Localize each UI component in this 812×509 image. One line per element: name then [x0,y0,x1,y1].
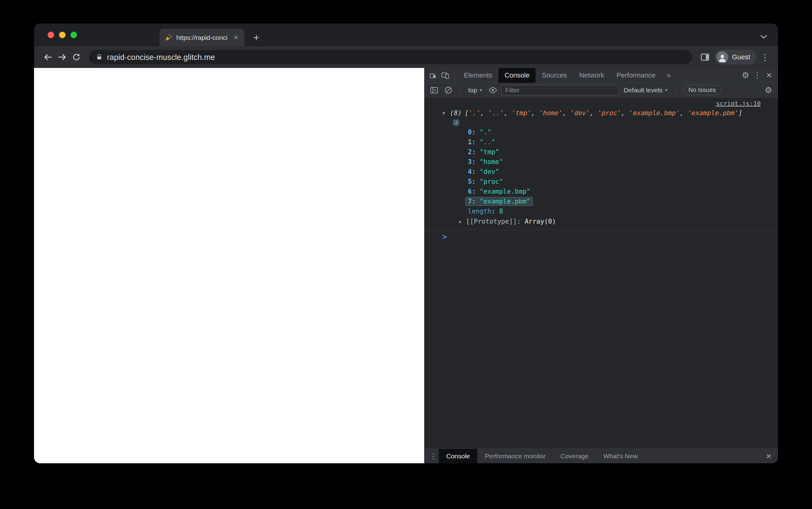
drawer-tabs: ConsolePerformance monitorCoverageWhat's… [439,449,645,464]
devtools-tab-elements[interactable]: Elements [458,68,498,83]
devtools-tab-sources[interactable]: Sources [536,68,573,83]
devtools-settings-gear-icon[interactable]: ⚙ [740,69,751,81]
console-property-row[interactable]: 1: ".." [425,137,778,147]
profile-chip[interactable]: Guest [715,50,756,65]
forward-button[interactable] [55,50,69,64]
issues-badge[interactable]: No Issues [683,85,721,95]
array-preview-items: '.', '..', 'tmp', 'home', 'dev', 'proc',… [469,109,739,117]
devtools-drawer: ⋮ ConsolePerformance monitorCoverageWhat… [425,448,778,463]
devtools-tabbar-actions: ⚙ ⋮ × [740,69,775,81]
avatar [716,51,728,63]
devtools-tabbar: ElementsConsoleSourcesNetworkPerformance… [425,68,778,83]
url-text: rapid-concise-muscle.glitch.me [107,53,215,62]
bracket-close: ] [739,109,743,117]
source-link[interactable]: script.js:10 [716,100,761,107]
new-tab-button[interactable]: + [250,32,262,43]
expand-triangle-icon[interactable]: ▶ [459,219,466,224]
caret-down-icon: ▾ [479,88,482,93]
console-settings-gear-icon[interactable]: ⚙ [762,84,774,96]
tab-search-chevron-icon[interactable] [760,35,768,40]
prototype-row[interactable]: ▶ [[Prototype]] : Array(0) [425,216,778,227]
devtools-menu-kebab-icon[interactable]: ⋮ [751,69,763,81]
address-bar[interactable]: rapid-concise-muscle.glitch.me [89,50,692,64]
drawer-tab-coverage[interactable]: Coverage [553,449,596,464]
prototype-label: [[Prototype]] [466,218,517,225]
party-popper-favicon-icon [164,34,173,42]
console-sidebar-toggle-icon[interactable] [428,84,440,96]
zoom-window-button[interactable] [70,32,77,38]
drawer-tab-what-s-new[interactable]: What's New [596,449,645,464]
prototype-colon: : [517,218,524,225]
log-levels-selector[interactable]: Default levels ▾ [621,87,670,94]
reload-button[interactable] [69,50,84,64]
clear-console-icon[interactable] [442,84,454,96]
window-controls [48,32,77,38]
console-property-row[interactable]: 6: "example.bmp" [425,186,778,197]
browser-tab[interactable]: https://rapid-concise-muscle.g × [160,29,244,46]
live-expression-eye-icon[interactable] [487,84,499,96]
log-levels-label: Default levels [624,87,663,94]
console-property-row[interactable]: 2: "tmp" [425,147,778,157]
info-icon: i [453,120,459,126]
separator [675,86,676,94]
console-property-row[interactable]: 5: "proc" [425,177,778,186]
devtools-tab-network[interactable]: Network [573,68,611,83]
console-property-row[interactable]: 4: "dev" [425,167,778,177]
console-property-row[interactable]: length: 8 [425,206,778,216]
close-window-button[interactable] [48,32,54,38]
profile-label: Guest [732,53,750,61]
back-button[interactable] [41,50,55,64]
console-filter-input[interactable] [501,85,619,96]
drawer-tab-console[interactable]: Console [439,449,477,464]
array-preview[interactable]: ▼ (8) [ '.', '..', 'tmp', 'home', 'dev',… [425,108,778,118]
console-properties: 0: "."1: ".."2: "tmp"3: "home"4: "dev"5:… [425,127,778,216]
browser-toolbar: rapid-concise-muscle.glitch.me Guest ⋮ [34,46,778,68]
console-messages[interactable]: script.js:10 ▼ (8) [ '.', '..', 'tmp', '… [425,98,778,448]
device-toolbar-icon[interactable] [439,69,451,81]
separator [454,71,455,79]
lock-icon [96,54,103,61]
console-message: script.js:10 ▼ (8) [ '.', '..', 'tmp', '… [425,98,778,230]
more-tabs-button[interactable]: » [662,71,676,80]
array-count: (8) [450,109,462,117]
console-property-row[interactable]: 7: "example.pbm" [425,197,778,206]
source-link-row: script.js:10 [425,99,778,108]
console-property-row[interactable]: 0: "." [425,127,778,137]
browser-window: https://rapid-concise-muscle.g × + [34,24,778,463]
devtools-close-icon[interactable]: × [763,69,775,81]
tab-strip: https://rapid-concise-muscle.g × + [34,24,778,46]
drawer-close-icon[interactable]: × [762,449,775,464]
devtools-tabs: ElementsConsoleSourcesNetworkPerformance [458,68,662,83]
drawer-menu-kebab-icon[interactable]: ⋮ [428,449,439,464]
tab-title: https://rapid-concise-muscle.g [176,34,227,41]
console-toolbar: top ▾ Default levels ▾ No Issues ⚙ [425,83,778,98]
devtools-tab-console[interactable]: Console [498,68,536,83]
separator [460,86,460,94]
context-label: top [468,87,477,94]
prompt-chevron-icon: > [442,233,447,241]
collapse-triangle-icon[interactable]: ▼ [442,110,450,115]
caret-down-icon: ▾ [665,88,667,93]
console-property-row[interactable]: 3: "home" [425,157,778,167]
minimize-window-button[interactable] [59,32,66,38]
bracket-open: [ [465,109,469,117]
side-panel-button[interactable] [698,50,712,64]
context-selector[interactable]: top ▾ [466,87,485,94]
devtools-tab-performance[interactable]: Performance [611,68,662,83]
inspect-element-icon[interactable] [428,69,439,81]
drawer-tab-performance-monitor[interactable]: Performance monitor [477,449,553,464]
browser-menu-kebab-icon[interactable]: ⋮ [759,50,771,64]
tab-close-icon[interactable]: × [231,33,241,42]
console-prompt[interactable]: > [425,230,778,244]
page-content[interactable] [34,68,424,463]
devtools-panel: ElementsConsoleSourcesNetworkPerformance… [424,68,778,463]
info-row: i [425,118,778,127]
window-content: ElementsConsoleSourcesNetworkPerformance… [34,68,778,463]
prototype-value: Array(0) [525,218,556,225]
